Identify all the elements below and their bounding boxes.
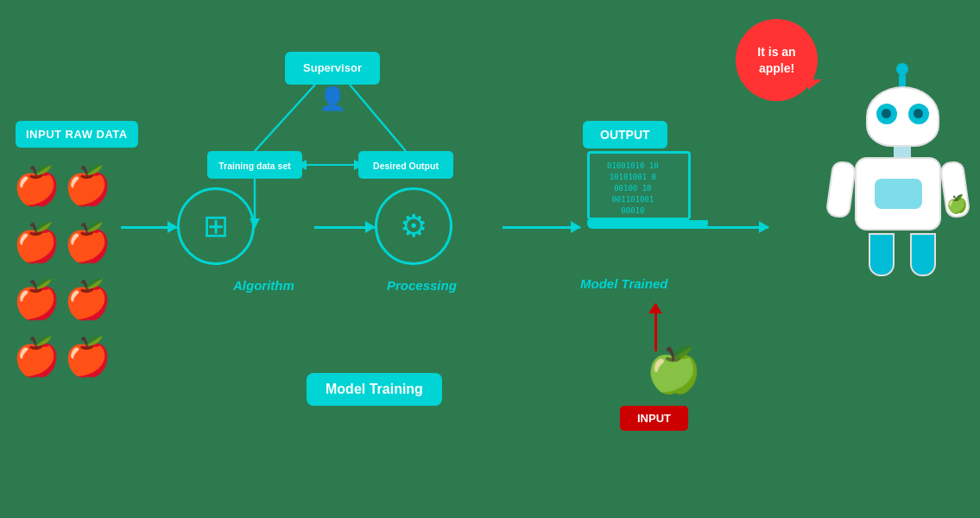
apple-7: 🍎: [13, 331, 60, 384]
model-training-label: Model Training: [307, 373, 442, 406]
svg-rect-3: [207, 151, 302, 179]
diagram-container: INPUT RAW DATA 🍎 🍎 🍎 🍎 🍎 🍎 🍎 🍎 Superviso…: [0, 0, 980, 518]
model-trained-label: Model Trained: [580, 276, 667, 291]
svg-marker-13: [296, 160, 307, 170]
processing-icon: ⚙: [400, 208, 427, 244]
left-to-algo-arrow: [121, 226, 177, 229]
green-apple: 🍏: [646, 344, 702, 396]
robot-held-apple: 🍏: [945, 192, 969, 215]
robot-legs: [825, 233, 980, 276]
algorithm-label: Algorithm: [233, 278, 294, 293]
input-raw-data-label: INPUT RAW DATA: [16, 121, 138, 148]
apple-3: 🍎: [13, 217, 60, 270]
laptop-base: [587, 220, 708, 229]
robot-right-eye: [908, 104, 929, 124]
robot-right-leg: [910, 233, 936, 276]
apple-4: 🍎: [64, 217, 111, 270]
svg-text:Training data set: Training data set: [218, 161, 291, 171]
algorithm-icon: ⊞: [203, 208, 229, 244]
algo-to-proc-arrow: [314, 226, 375, 229]
robot-torso: [855, 157, 941, 231]
robot-left-pupil: [882, 109, 891, 118]
to-robot-arrow: [699, 226, 768, 229]
svg-text:Desired Output: Desired Output: [373, 161, 439, 171]
robot-torso-wrapper: 🍏: [825, 157, 971, 231]
input-label-red: INPUT: [620, 406, 688, 431]
svg-marker-12: [354, 160, 364, 170]
svg-text:👤: 👤: [319, 85, 347, 112]
speech-bubble-tail: [808, 79, 822, 90]
robot-illustration: 🍏: [825, 69, 980, 319]
laptop-screen: 01001010 10 10101001 0 00100 10 00110100…: [587, 151, 691, 220]
algorithm-circle: ⊞: [177, 187, 255, 265]
svg-rect-5: [358, 151, 453, 179]
robot-left-arm: [825, 160, 857, 218]
apple-6: 🍎: [64, 274, 111, 327]
apple-2: 🍎: [64, 160, 111, 213]
robot-right-pupil: [914, 109, 923, 118]
robot-chest-panel: [875, 179, 922, 209]
laptop-area: 01001010 10 10101001 0 00100 10 00110100…: [587, 151, 708, 229]
apple-1: 🍎: [13, 160, 60, 213]
green-apple-container: 🍏: [646, 344, 702, 396]
robot-left-leg: [869, 233, 895, 276]
apple-5: 🍎: [13, 274, 60, 327]
apple-8: 🍎: [64, 331, 111, 384]
robot-head: [866, 86, 939, 147]
svg-text:Supervisor: Supervisor: [303, 61, 362, 74]
svg-line-8: [350, 85, 406, 151]
speech-bubble: It is an apple!: [736, 19, 818, 101]
robot-left-eye: [876, 104, 897, 124]
robot-antenna-ball: [896, 63, 908, 75]
to-laptop-arrow: [503, 226, 580, 229]
robot-right-arm: 🍏: [939, 160, 971, 218]
apple-grid: 🍎 🍎 🍎 🍎 🍎 🍎 🍎 🍎: [13, 160, 111, 384]
processing-circle: ⚙: [375, 187, 452, 265]
svg-line-7: [255, 85, 315, 151]
robot-neck: [894, 147, 911, 157]
binary-text: 01001010 10 10101001 0 00100 10 00110100…: [607, 161, 659, 217]
processing-label: Processing: [387, 278, 457, 293]
svg-rect-0: [285, 52, 380, 85]
output-label: OUTPUT: [583, 121, 667, 148]
